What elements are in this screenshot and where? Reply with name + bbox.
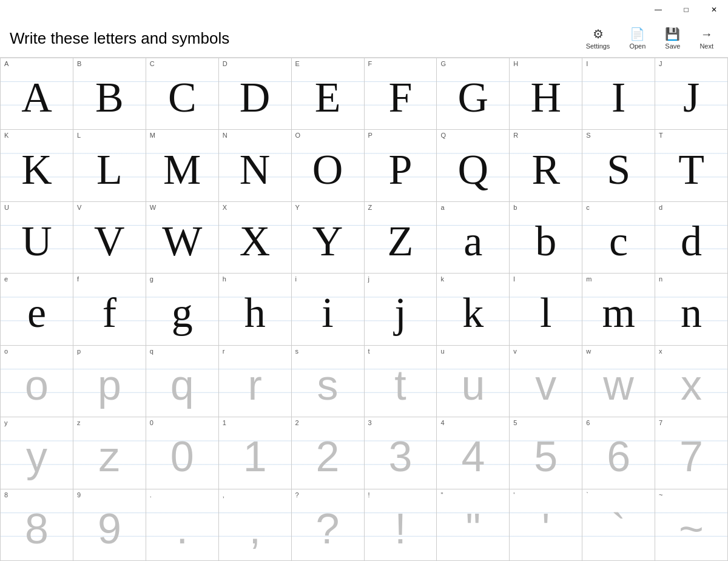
cell-8[interactable]: 88 [1,489,73,561]
cell-q[interactable]: qq [146,346,219,417]
cell-label: 6 [586,420,590,426]
cell-X[interactable]: XX [219,202,292,274]
cell-t[interactable]: tt [365,346,437,417]
cell-9[interactable]: 99 [73,489,146,561]
cell-i[interactable]: ii [292,274,365,345]
cell-k[interactable]: kk [437,274,510,345]
cell-y[interactable]: yy [1,417,73,489]
next-label: Next [699,42,713,50]
cell-H[interactable]: HH [510,58,582,130]
cell-x[interactable]: xx [655,346,728,417]
maximize-button[interactable]: □ [672,0,700,19]
cell-m[interactable]: mm [582,274,655,345]
cell-label: l [513,276,514,283]
cell-5[interactable]: 55 [510,417,582,489]
minimize-button[interactable]: — [644,0,672,19]
cell-2[interactable]: 22 [292,417,365,489]
cell-V[interactable]: VV [73,202,146,274]
cell-label: E [295,61,300,67]
cell-h[interactable]: hh [219,274,292,345]
cell-I[interactable]: II [582,58,655,130]
cell-U[interactable]: UU [1,202,73,274]
cell-s[interactable]: ss [292,346,365,417]
cell-E[interactable]: EE [292,58,365,130]
cell-L[interactable]: LL [73,130,146,201]
cell-label: u [440,348,444,355]
cell-C[interactable]: CC [146,58,219,130]
cell-character: l [513,283,578,343]
cell-l[interactable]: ll [510,274,582,345]
open-button[interactable]: 📄Open [624,24,650,52]
cell-c[interactable]: cc [582,202,655,274]
cell-G[interactable]: GG [437,58,510,130]
cell-g[interactable]: gg [146,274,219,345]
cell-label: o [4,348,8,355]
cell-_[interactable]: ,, [219,489,292,561]
cell-O[interactable]: OO [292,130,365,201]
cell-R[interactable]: RR [510,130,582,201]
cell-character: d [659,211,724,272]
save-button[interactable]: 💾Save [660,24,685,52]
cell-D[interactable]: DD [219,58,292,130]
cell-label: K [4,132,8,139]
cell-0[interactable]: 00 [146,417,219,489]
cell-_[interactable]: .. [146,489,219,561]
cell-label: c [586,204,590,211]
cell-_[interactable]: ?? [292,489,365,561]
cell-p[interactable]: pp [73,346,146,417]
cell-Y[interactable]: YY [292,202,365,274]
cell-character: S [586,139,651,200]
cell-N[interactable]: NN [219,130,292,201]
cell-z[interactable]: zz [73,417,146,489]
cell-S[interactable]: SS [582,130,655,201]
cell-A[interactable]: AA [1,58,73,130]
cell-_[interactable]: `` [582,489,655,561]
cell-_[interactable]: !! [365,489,437,561]
cell-label: X [223,204,227,211]
cell-_[interactable]: '' [510,489,582,561]
cell-j[interactable]: jj [365,274,437,345]
cell-4[interactable]: 44 [437,417,510,489]
cell-F[interactable]: FF [365,58,437,130]
cell-P[interactable]: PP [365,130,437,201]
cell-w[interactable]: ww [582,346,655,417]
cell-_[interactable]: ~~ [655,489,728,561]
cell-character: j [368,283,433,343]
cell-f[interactable]: ff [73,274,146,345]
cell-o[interactable]: oo [1,346,73,417]
cell-u[interactable]: uu [437,346,510,417]
cell-a[interactable]: aa [437,202,510,274]
cell-b[interactable]: bb [510,202,582,274]
cell-J[interactable]: JJ [655,58,728,130]
cell-B[interactable]: BB [73,58,146,130]
cell-K[interactable]: KK [1,130,73,201]
cell-M[interactable]: MM [146,130,219,201]
cell-6[interactable]: 66 [582,417,655,489]
cell-character: O [295,139,360,200]
close-button[interactable]: ✕ [700,0,728,19]
cell-d[interactable]: dd [655,202,728,274]
cell-label: d [659,204,662,211]
cell-Z[interactable]: ZZ [365,202,437,274]
cell-v[interactable]: vv [510,346,582,417]
cell-character: ~ [659,499,724,559]
cell-3[interactable]: 33 [365,417,437,489]
next-icon: → [701,27,713,41]
cell-character: G [440,67,505,128]
cell-character: Z [368,211,433,272]
cell-character: M [150,139,215,200]
cell-Q[interactable]: QQ [437,130,510,201]
cell-label: ~ [659,492,662,499]
cell-W[interactable]: WW [146,202,219,274]
cell-7[interactable]: 77 [655,417,728,489]
cell-n[interactable]: nn [655,274,728,345]
cell-r[interactable]: rr [219,346,292,417]
cell-e[interactable]: ee [1,274,73,345]
cell-1[interactable]: 11 [219,417,292,489]
character-grid: AABBCCDDEEFFGGHHIIJJKKLLMMNNOOPPQQRRSSTT… [0,58,728,561]
cell-T[interactable]: TT [655,130,728,201]
cell-_[interactable]: "" [437,489,510,561]
cell-label: 7 [659,420,662,426]
settings-button[interactable]: ⚙Settings [581,24,615,52]
next-button[interactable]: →Next [695,25,718,52]
